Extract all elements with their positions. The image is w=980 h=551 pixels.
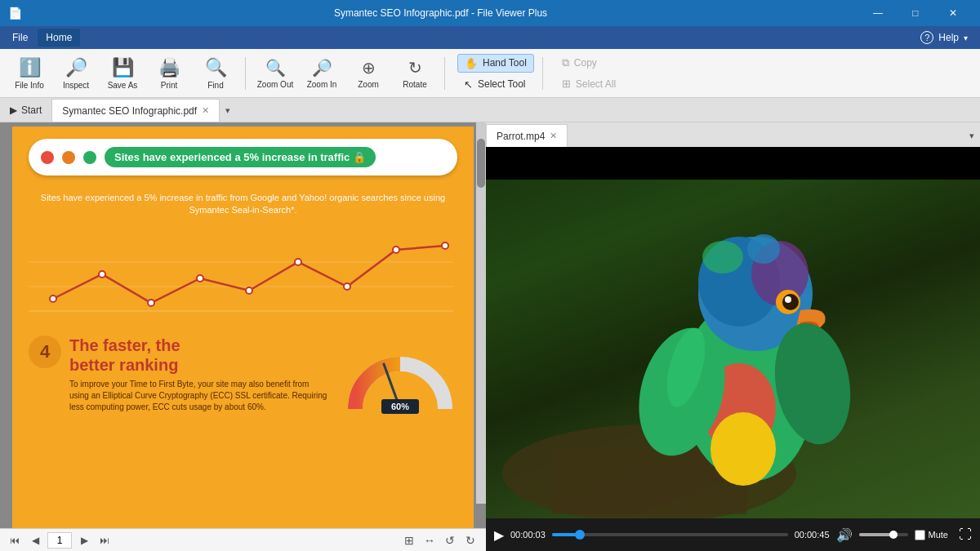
progress-bar[interactable] xyxy=(552,533,788,536)
file-info-icon: ℹ️ xyxy=(19,57,41,78)
zoom-out-icon: 🔍 xyxy=(265,58,286,78)
mute-control[interactable]: Mute xyxy=(915,530,948,540)
zoom-button[interactable]: ⊕ Zoom xyxy=(347,52,390,95)
maximize-button[interactable]: □ xyxy=(897,0,934,26)
video-letterbox-top xyxy=(486,147,980,180)
first-page-button[interactable]: ⏮ xyxy=(7,532,23,549)
volume-icon[interactable]: 🔊 xyxy=(836,527,853,543)
pdf-tab[interactable]: Symantec SEO Infographic.pdf ✕ xyxy=(51,99,220,122)
file-info-button[interactable]: ℹ️ File Info xyxy=(8,52,51,95)
volume-dot xyxy=(889,531,898,539)
page-nav: ⏮ ◀ ▶ ⏭ ⊞ ↔ ↺ ↻ xyxy=(0,528,486,551)
play-button[interactable]: ▶ xyxy=(494,527,504,543)
next-page-button[interactable]: ▶ xyxy=(76,532,92,549)
page-fit-button[interactable]: ⊞ xyxy=(400,531,418,549)
video-tab-close[interactable]: ✕ xyxy=(550,131,557,141)
chart-area xyxy=(12,221,474,327)
svg-point-25 xyxy=(785,296,791,303)
last-page-button[interactable]: ⏭ xyxy=(96,532,113,549)
prev-page-button[interactable]: ◀ xyxy=(27,532,43,549)
section-content: The faster, the better ranking To improv… xyxy=(69,335,331,413)
rotate-icon: ↻ xyxy=(408,58,422,78)
start-button[interactable]: ▶ Start xyxy=(0,99,51,122)
find-icon: 🔍 xyxy=(205,57,227,78)
hand-tool-label: Hand Tool xyxy=(483,57,527,69)
rotate-button[interactable]: ↻ Rotate xyxy=(394,52,436,95)
menubar: File Home ? Help ▾ xyxy=(0,26,980,49)
volume-bar[interactable] xyxy=(859,533,908,536)
save-as-button[interactable]: 💾 Save As xyxy=(101,52,144,95)
close-button[interactable]: ✕ xyxy=(934,0,972,26)
copy-button[interactable]: ⧉ Copy xyxy=(555,54,622,72)
pdf-content: Sites have experienced a 5% increase in … xyxy=(12,127,474,528)
inspect-button[interactable]: 🔎 Inspect xyxy=(55,52,97,95)
video-tab-label: Parrot.mp4 xyxy=(497,131,545,142)
percent-text: 5% increase xyxy=(243,151,305,163)
svg-point-27 xyxy=(710,412,776,486)
pdf-scrollbar[interactable] xyxy=(476,122,486,504)
toolbar-right-group: ✋ Hand Tool ↖ Select Tool xyxy=(453,54,534,93)
background-foliage xyxy=(486,147,980,518)
video-tabs: Parrot.mp4 ✕ ▾ xyxy=(486,122,980,147)
hand-tool-icon: ✋ xyxy=(465,57,478,69)
home-menu[interactable]: Home xyxy=(38,29,80,47)
inspect-icon: 🔎 xyxy=(65,57,87,78)
mute-label: Mute xyxy=(929,530,948,540)
zoom-out-button[interactable]: 🔍 Zoom Out xyxy=(254,52,296,95)
titlebar: 📄 Symantec SEO Infographic.pdf - File Vi… xyxy=(0,0,980,26)
find-button[interactable]: 🔍 Find xyxy=(194,52,237,95)
total-time: 00:00:45 xyxy=(795,530,830,540)
speedometer: 60% xyxy=(343,335,457,417)
zoom-in-icon: 🔎 xyxy=(312,58,332,78)
separator-1 xyxy=(245,57,246,90)
section-number: 4 xyxy=(29,335,61,368)
svg-point-6 xyxy=(197,275,203,282)
help-chevron[interactable]: ▾ xyxy=(964,33,968,42)
pdf-scroll-thumb[interactable] xyxy=(477,139,485,188)
minimize-button[interactable]: — xyxy=(859,0,897,26)
page-rotate-right-button[interactable]: ↻ xyxy=(461,531,479,549)
select-all-button[interactable]: ⊞ Select All xyxy=(555,75,622,92)
select-tool-icon: ↖ xyxy=(464,78,473,91)
page-input[interactable] xyxy=(47,532,72,549)
copy-icon: ⧉ xyxy=(562,56,569,69)
page-width-button[interactable]: ↔ xyxy=(421,531,439,549)
start-label: Start xyxy=(21,104,42,116)
svg-point-9 xyxy=(344,283,350,290)
window-controls: — □ ✕ xyxy=(859,0,972,26)
page-nav-icons: ⊞ ↔ ↺ ↻ xyxy=(400,531,479,549)
mute-checkbox[interactable] xyxy=(915,530,925,540)
save-as-icon: 💾 xyxy=(112,57,134,78)
tab-dropdown-button[interactable]: ▾ xyxy=(220,99,236,122)
print-button[interactable]: 🖨️ Print xyxy=(148,52,190,95)
file-menu[interactable]: File xyxy=(4,29,36,47)
separator-2 xyxy=(444,57,445,90)
inspect-label: Inspect xyxy=(63,81,89,90)
video-tab-dropdown[interactable]: ▾ xyxy=(964,124,980,147)
main-content: Sites have experienced a 5% increase in … xyxy=(0,122,980,551)
select-tool-button[interactable]: ↖ Select Tool xyxy=(457,76,534,93)
svg-point-31 xyxy=(702,241,743,273)
lock-icon: 🔒 xyxy=(353,151,366,163)
pdf-tab-close[interactable]: ✕ xyxy=(202,105,209,116)
svg-point-5 xyxy=(148,300,154,306)
find-label: Find xyxy=(207,81,223,90)
volume-fill xyxy=(859,533,893,536)
svg-point-11 xyxy=(442,242,448,249)
save-as-label: Save As xyxy=(108,81,138,90)
hand-tool-button[interactable]: ✋ Hand Tool xyxy=(457,54,534,73)
pdf-scroll-area[interactable]: Sites have experienced a 5% increase in … xyxy=(0,122,486,528)
subtitle-text: Sites have experienced a 5% increase in … xyxy=(12,188,474,221)
zoom-label: Zoom xyxy=(358,80,379,89)
speedometer-svg: 60% xyxy=(343,335,457,417)
page-rotate-left-button[interactable]: ↺ xyxy=(441,531,459,549)
print-label: Print xyxy=(161,81,178,90)
svg-point-24 xyxy=(782,294,799,310)
fullscreen-button[interactable]: ⛶ xyxy=(959,527,972,542)
video-pane: Parrot.mp4 ✕ ▾ xyxy=(486,122,980,551)
help-label[interactable]: Help xyxy=(938,32,959,43)
file-info-label: File Info xyxy=(15,81,44,90)
pdf-tab-label: Symantec SEO Infographic.pdf xyxy=(62,105,197,117)
zoom-in-button[interactable]: 🔎 Zoom In xyxy=(301,52,343,95)
video-tab[interactable]: Parrot.mp4 ✕ xyxy=(486,124,568,147)
